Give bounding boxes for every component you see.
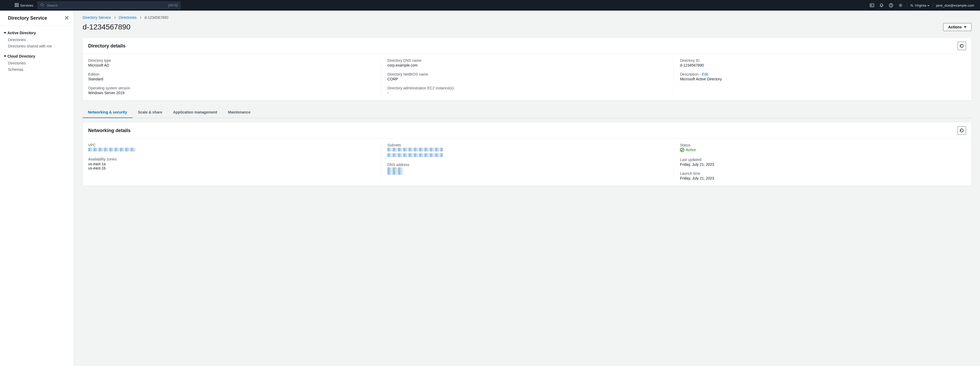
svg-rect-0 [15, 3, 16, 4]
directory-type-value: Microsoft AD [88, 63, 374, 67]
subnets-value [387, 148, 667, 158]
last-updated-value: Friday, July 21, 2023 [680, 162, 959, 166]
svg-line-10 [43, 6, 44, 6]
svg-rect-3 [15, 5, 16, 6]
status-label: Status [680, 143, 959, 147]
grid-icon [15, 3, 19, 8]
sidebar-title: Directory Service [8, 15, 47, 21]
az-label: Availability zones [88, 157, 374, 161]
subnets-label: Subnets [387, 143, 667, 147]
svg-rect-6 [15, 6, 16, 7]
svg-point-15 [900, 5, 901, 6]
svg-rect-11 [870, 4, 874, 7]
dns-name-value: corp.example.com [387, 63, 667, 67]
caret-down-icon [4, 54, 6, 58]
cloudshell-icon[interactable] [867, 0, 877, 11]
tabs: Networking & security Scale & share Appl… [83, 107, 972, 118]
admin-ec2-label: Directory administration EC2 instance(s) [387, 86, 667, 90]
networking-details-panel: Networking details VPC Availability zone… [83, 122, 972, 186]
global-header: Services [Alt+S] N. Virginia jane_doe@ex… [0, 0, 980, 11]
actions-label: Actions [948, 25, 962, 29]
settings-icon[interactable] [896, 0, 905, 11]
sidebar: Directory Service Active Directory Direc… [0, 11, 74, 366]
help-icon[interactable] [886, 0, 896, 11]
refresh-icon [959, 128, 964, 133]
refresh-icon [959, 44, 964, 48]
breadcrumb-link-service[interactable]: Directory Service [83, 15, 111, 20]
description-edit-link[interactable]: Edit [702, 72, 708, 77]
panel-title: Networking details [88, 128, 130, 133]
edition-value: Standard [88, 77, 374, 81]
dns-address-label: DNS address [387, 163, 667, 167]
tab-maintenance[interactable]: Maintenance [223, 107, 256, 118]
page-title: d-1234567890 [83, 23, 130, 31]
dns-address-value [387, 167, 667, 176]
user-menu[interactable]: jane_doe@example.com [934, 3, 976, 7]
launch-time-label: Launch time [680, 171, 959, 176]
caret-down-icon [4, 31, 6, 35]
redacted-value [387, 148, 443, 152]
search-shortcut: [Alt+S] [168, 3, 178, 7]
refresh-button[interactable] [958, 126, 966, 135]
nav-group-active-directory[interactable]: Active Directory [0, 29, 74, 37]
services-menu[interactable]: Services [15, 3, 33, 8]
chevron-right-icon [114, 15, 116, 20]
refresh-button[interactable] [958, 42, 966, 50]
netbios-value: CORP [387, 77, 667, 81]
chevron-right-icon [139, 15, 142, 20]
vpc-label: VPC [88, 143, 374, 147]
services-label: Services [20, 3, 33, 7]
breadcrumb: Directory Service Directories d-12345678… [74, 11, 980, 23]
launch-time-value: Friday, July 21, 2023 [680, 176, 959, 181]
status-text: Active [686, 148, 696, 152]
admin-ec2-value: - [387, 91, 667, 95]
netbios-label: Directory NetBIOS name [387, 72, 667, 77]
os-version-label: Operating system version [88, 86, 374, 90]
region-label: N. Virginia [910, 3, 926, 7]
svg-point-18 [680, 148, 684, 152]
nav-group-label: Active Directory [7, 31, 36, 35]
description-value: Microsoft Active Directory [680, 77, 959, 81]
nav-group-cloud-directory[interactable]: Cloud Directory [0, 52, 74, 60]
nav-item-directories-shared[interactable]: Directories shared with me [0, 43, 74, 50]
global-search[interactable]: [Alt+S] [38, 2, 181, 9]
svg-rect-7 [16, 6, 17, 7]
tab-application-management[interactable]: Application management [168, 107, 223, 118]
status-value: Active [680, 148, 959, 153]
svg-rect-8 [18, 6, 19, 7]
directory-type-label: Directory type [88, 58, 374, 62]
breadcrumb-current: d-1234567890 [145, 15, 169, 20]
breadcrumb-link-directories[interactable]: Directories [119, 15, 137, 20]
nav-item-directories[interactable]: Directories [0, 37, 74, 43]
notifications-icon[interactable] [877, 0, 886, 11]
caret-down-icon [964, 26, 967, 29]
redacted-value [387, 153, 443, 157]
nav-item-cloud-directories[interactable]: Directories [0, 60, 74, 66]
tab-scale-share[interactable]: Scale & share [133, 107, 168, 118]
last-updated-label: Last updated [680, 158, 959, 162]
status-ok-icon [680, 148, 684, 152]
directory-id-value: d-1234567890 [680, 63, 959, 67]
svg-rect-2 [18, 3, 19, 4]
edition-label: Edition [88, 72, 374, 77]
region-selector[interactable]: N. Virginia [909, 3, 931, 7]
svg-rect-1 [16, 3, 17, 4]
svg-rect-4 [16, 5, 17, 6]
vpc-value [88, 148, 374, 152]
caret-down-icon [927, 3, 929, 7]
directory-details-panel: Directory details Directory type Microso… [83, 38, 972, 101]
panel-title: Directory details [88, 43, 126, 49]
directory-id-label: Directory ID [680, 58, 959, 62]
svg-point-9 [41, 3, 43, 6]
actions-button[interactable]: Actions [943, 23, 972, 31]
az-value-1: us-east-1a [88, 162, 374, 166]
search-input[interactable] [46, 3, 168, 8]
os-version-value: Windows Server 2019 [88, 91, 374, 95]
sidebar-close-button[interactable] [65, 16, 68, 21]
search-icon [40, 3, 46, 8]
redacted-value [88, 148, 136, 152]
description-label: Description - Edit [680, 72, 959, 77]
tab-networking-security[interactable]: Networking & security [83, 107, 133, 118]
nav-item-schemas[interactable]: Schemas [0, 66, 74, 73]
user-label: jane_doe@example.com [936, 3, 974, 7]
